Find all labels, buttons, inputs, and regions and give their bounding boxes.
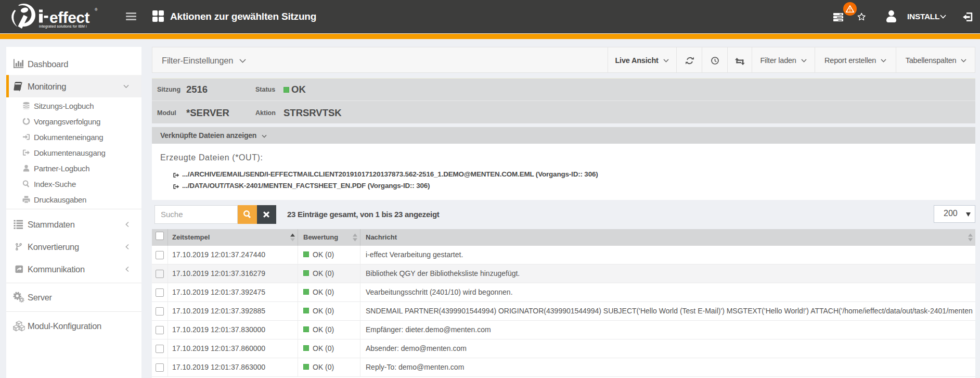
svg-text:effect: effect: [49, 9, 90, 26]
svg-text:®: ®: [95, 7, 98, 12]
svg-text:integrated solutions for IBM i: integrated solutions for IBM i: [39, 24, 87, 29]
